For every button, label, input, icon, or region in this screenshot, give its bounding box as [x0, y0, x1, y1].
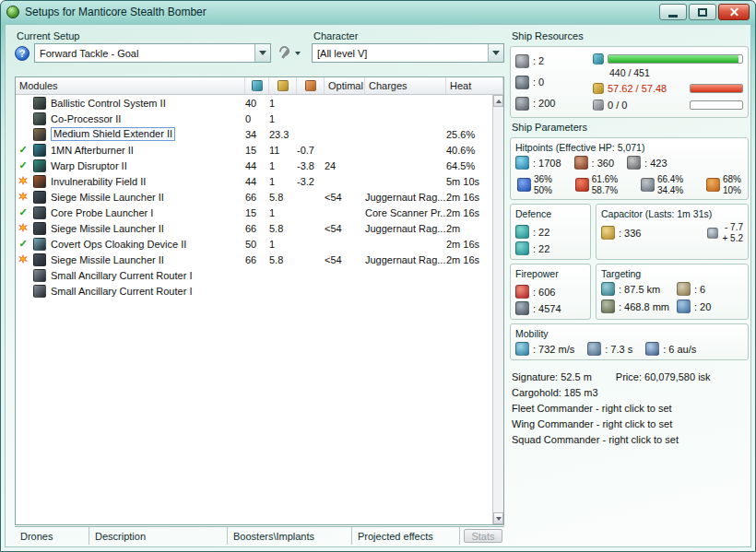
shield-extender-module-icon [30, 128, 49, 141]
current-setup-dropdown-button[interactable] [254, 44, 270, 62]
maximize-button[interactable] [689, 4, 716, 20]
tab-description[interactable]: Description [89, 527, 228, 545]
modules-column-header[interactable]: Modules [16, 77, 245, 94]
module-row[interactable]: Small Ancillary Current Router I [16, 267, 492, 283]
minimize-button[interactable] [659, 4, 687, 20]
em-resist-icon [517, 178, 531, 192]
module-name: Covert Ops Cloaking Device II [49, 239, 245, 250]
module-name: Siege Missile Launcher II [49, 223, 245, 234]
mobility-title: Mobility [515, 328, 743, 339]
chevron-down-icon [295, 52, 301, 55]
tab-boosters-implants[interactable]: Boosters\Implants [228, 527, 352, 545]
bottom-tabbar: Drones Description Boosters\Implants Pro… [15, 526, 504, 545]
afterburner-module-icon [30, 144, 49, 157]
module-row[interactable]: Siege Missile Launcher II665.8<54Juggern… [16, 220, 492, 236]
titlebar[interactable]: Setups for Manticore Stealth Bomber [1, 1, 755, 23]
speed-icon [515, 342, 529, 356]
module-row[interactable]: Small Ancillary Current Router I [16, 283, 492, 299]
fitted-ok-icon: ✓ [16, 237, 30, 251]
module-row[interactable]: ✓Core Probe Launcher I151Core Scanner Pr… [16, 205, 492, 220]
powergrid-column-header[interactable] [269, 77, 297, 94]
fitted-ok-icon: ✓ [16, 206, 30, 219]
structure-hp-value: : 423 [644, 158, 667, 169]
module-name: Invulnerability Field II [49, 176, 245, 187]
module-row[interactable]: ✓Warp Disruptor II441-3.82464.5% [16, 158, 492, 173]
ballistic-control-module-icon [30, 97, 49, 110]
defence-value-1: : 22 [533, 227, 549, 238]
module-heat: 2m 16s [446, 239, 492, 250]
module-cap: -0.7 [297, 145, 325, 156]
em-shield-resist: 36% [534, 174, 552, 185]
overheat-icon [16, 173, 30, 189]
invulnerability-field-module-icon [30, 175, 49, 188]
capacitor-peak: + 5.2 [722, 233, 743, 244]
sensor-strength-value: : 20 [694, 301, 711, 312]
chevron-down-icon [259, 51, 266, 55]
module-cpu: 66 [245, 254, 269, 265]
close-button[interactable] [718, 4, 750, 20]
setup-tools-button[interactable] [276, 44, 302, 62]
module-cpu: 40 [245, 98, 269, 109]
scroll-up-button[interactable] [493, 95, 503, 107]
cpu-column-header[interactable] [245, 77, 269, 94]
module-charges: Juggernaut Rag... [365, 192, 446, 203]
volley-icon [515, 301, 529, 315]
kinetic-resist-icon [641, 178, 655, 192]
charges-column-header[interactable]: Charges [365, 77, 446, 94]
stats-button[interactable]: Stats [464, 529, 502, 543]
character-dropdown-button[interactable] [488, 44, 503, 62]
mobility-box: Mobility : 732 m/s : 7.3 s : 6 au/s [510, 323, 749, 360]
window-content: Current Setup ? Forward Tackle - Goal Ch… [5, 24, 751, 547]
capacitor-column-header[interactable] [297, 77, 325, 94]
chevron-down-icon [496, 517, 502, 521]
heat-column-header[interactable]: Heat [446, 77, 503, 94]
module-row[interactable]: Ballistic Control System II401 [16, 95, 492, 111]
tab-projected-effects[interactable]: Projected effects [352, 527, 460, 545]
help-icon[interactable]: ? [15, 46, 30, 61]
cpu-usage-text: 440 / 451 [609, 67, 650, 78]
scroll-down-button[interactable] [493, 512, 503, 524]
module-pg: 1 [269, 160, 297, 171]
minimize-icon [668, 15, 678, 18]
wing-commander-text[interactable]: Wing Commander - right click to set [512, 418, 749, 429]
module-charges: Core Scanner Pr... [365, 207, 446, 218]
module-cpu: 66 [245, 223, 269, 234]
thermal-armor-resist: 58.7% [592, 185, 618, 196]
optimal-column-header[interactable]: Optimal [325, 77, 365, 94]
current-setup-select[interactable]: Forward Tackle - Goal [34, 43, 271, 63]
overheat-icon [16, 252, 30, 267]
defence-box: Defence : 22 : 22 [510, 204, 591, 260]
module-heat: 2m [446, 223, 492, 234]
module-row[interactable]: Co-Processor II01 [16, 111, 492, 126]
warp-disruptor-module-icon [30, 159, 49, 172]
character-select[interactable]: [All level V] [312, 43, 504, 63]
module-row[interactable]: ✓Covert Ops Cloaking Device II5012m 16s [16, 236, 492, 252]
powergrid-bar [690, 84, 743, 93]
scan-resolution-icon [601, 299, 615, 313]
dps-icon [515, 285, 529, 299]
current-setup-label: Current Setup [17, 30, 302, 41]
module-row[interactable]: Siege Missile Launcher II665.8<54Juggern… [16, 189, 492, 205]
modules-scrollbar[interactable] [492, 95, 503, 524]
module-row[interactable]: Siege Missile Launcher II665.8<54Juggern… [16, 252, 492, 267]
capacitor-icon [601, 226, 615, 240]
fleet-commander-text[interactable]: Fleet Commander - right click to set [512, 403, 749, 414]
module-row[interactable]: Medium Shield Extender II3423.325.6% [16, 126, 492, 142]
max-targets-icon [677, 282, 691, 296]
tab-drones[interactable]: Drones [15, 527, 89, 545]
capacitor-title: Capacitor (Lasts: 1m 31s) [601, 208, 743, 219]
cpu-bar [608, 54, 743, 64]
armor-hp-icon [574, 156, 588, 170]
module-row[interactable]: Invulnerability Field II441-3.25m 10s [16, 173, 492, 189]
fitting-area: Current Setup ? Forward Tackle - Goal Ch… [15, 30, 504, 545]
character-group: Character [All level V] [312, 30, 504, 63]
module-name: Medium Shield Extender II [49, 127, 245, 141]
module-row[interactable]: ✓1MN Afterburner II1511-0.740.6% [16, 142, 492, 158]
shield-hp-value: : 1708 [533, 158, 561, 169]
squad-commander-text[interactable]: Squad Commander - right click to set [512, 434, 749, 445]
chevron-down-icon [492, 51, 500, 55]
cpu-column-icon [252, 80, 263, 91]
targeting-range-value: : 87.5 km [619, 284, 660, 295]
module-pg: 5.8 [269, 223, 297, 234]
modules-table: Modules Optimal Charges Heat Ballistic C… [15, 76, 504, 525]
